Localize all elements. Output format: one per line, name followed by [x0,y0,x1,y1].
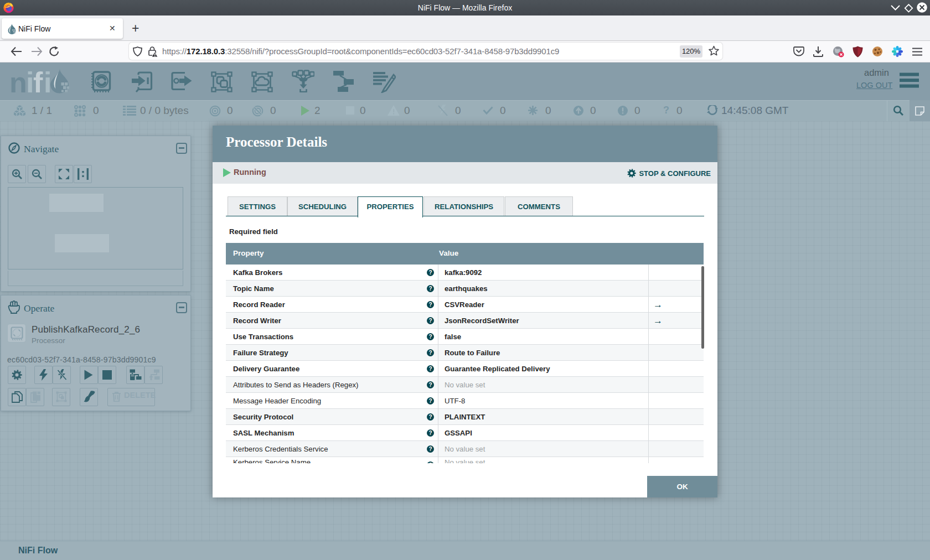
svg-text:n: n [9,67,26,96]
svg-text:f: f [33,67,43,96]
svg-text:i: i [26,67,33,96]
svg-text:i: i [44,67,50,96]
